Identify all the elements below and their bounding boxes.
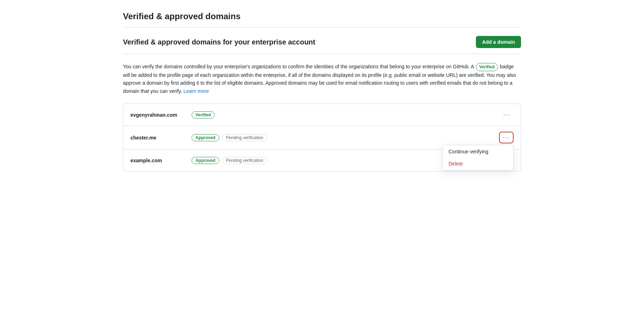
section-header: Verified & approved domains for your ent…	[123, 36, 521, 54]
domain-name-evgenyrahman: evgenyrahman.com	[130, 112, 187, 118]
row-actions-evgenyrahman: ···	[500, 110, 514, 120]
row-actions-chester: ··· Continue verifying Delete	[499, 132, 514, 143]
description-text: You can verify the domains controlled by…	[123, 63, 521, 95]
description-part1: You can verify the domains controlled by…	[123, 64, 474, 69]
domain-row-evgenyrahman: evgenyrahman.com Verified ···	[123, 104, 521, 126]
badges-chester: Approved Pending verification	[192, 134, 499, 141]
page-container: Verified & approved domains Verified & a…	[109, 0, 535, 183]
delete-item[interactable]: Delete	[443, 158, 513, 170]
approved-badge-example: Approved	[192, 157, 219, 164]
pending-badge-example: Pending verification	[222, 157, 267, 164]
add-domain-button[interactable]: Add a domain	[476, 36, 521, 48]
section-title: Verified & approved domains for your ent…	[123, 38, 315, 46]
learn-more-link[interactable]: Learn more	[183, 88, 209, 94]
page-title: Verified & approved domains	[123, 11, 521, 27]
pending-badge-chester: Pending verification	[222, 134, 267, 141]
domain-row-chester: chester.me Approved Pending verification…	[123, 126, 521, 149]
highlighted-actions-chester: ···	[499, 132, 514, 143]
verified-badge-inline: Verified	[476, 63, 498, 71]
dropdown-menu-chester: Continue verifying Delete	[442, 145, 514, 170]
continue-verifying-item[interactable]: Continue verifying	[443, 145, 513, 158]
domain-name-chester: chester.me	[130, 135, 187, 141]
domains-table: evgenyrahman.com Verified ··· chester.me…	[123, 104, 521, 172]
verified-badge-evgenyrahman: Verified	[192, 111, 215, 118]
badges-evgenyrahman: Verified	[192, 111, 500, 118]
domain-name-example: example.com	[130, 158, 187, 163]
three-dots-button-chester[interactable]: ···	[500, 132, 513, 143]
three-dots-button-evgenyrahman[interactable]: ···	[500, 110, 514, 120]
approved-badge-chester: Approved	[192, 134, 219, 141]
